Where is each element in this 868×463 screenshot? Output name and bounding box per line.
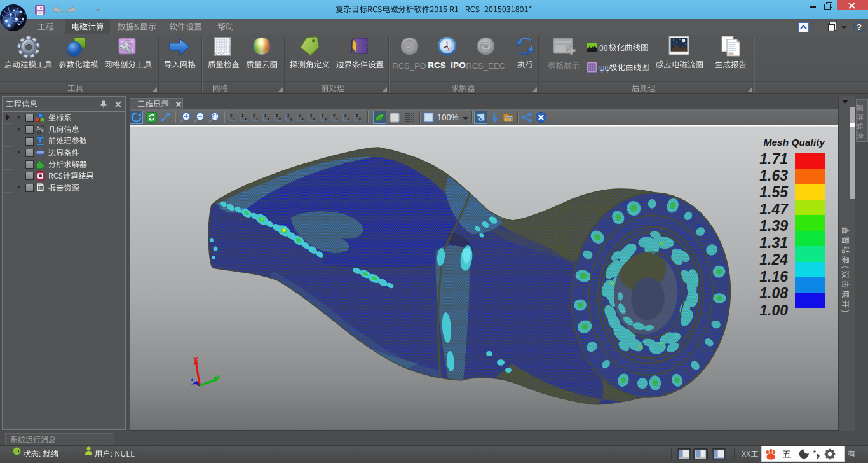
svg-text:?: ? [857, 23, 862, 32]
svg-text:y: y [325, 116, 327, 121]
svg-text:y: y [359, 116, 362, 121]
svg-text:v: v [279, 116, 281, 121]
svg-text:z: z [322, 113, 324, 118]
svg-text:y: y [290, 116, 293, 121]
svg-text:x: x [344, 113, 347, 118]
svg-text:x: x [253, 113, 255, 118]
svg-text:x: x [245, 116, 247, 121]
svg-text:x: x [302, 116, 304, 121]
svg-text:z: z [264, 113, 267, 118]
svg-text:v: v [299, 113, 301, 118]
svg-text:v: v [313, 116, 316, 121]
svg-text:z: z [191, 376, 194, 382]
svg-text:z: z [310, 113, 313, 118]
svg-text:z: z [356, 113, 358, 118]
svg-text:z: z [276, 113, 278, 118]
svg-text:z: z [241, 113, 244, 118]
svg-text:v: v [333, 113, 336, 118]
svg-text:v: v [348, 116, 350, 121]
svg-text:x: x [230, 113, 233, 118]
svg-text:z: z [287, 113, 290, 118]
svg-text:x: x [268, 116, 270, 121]
